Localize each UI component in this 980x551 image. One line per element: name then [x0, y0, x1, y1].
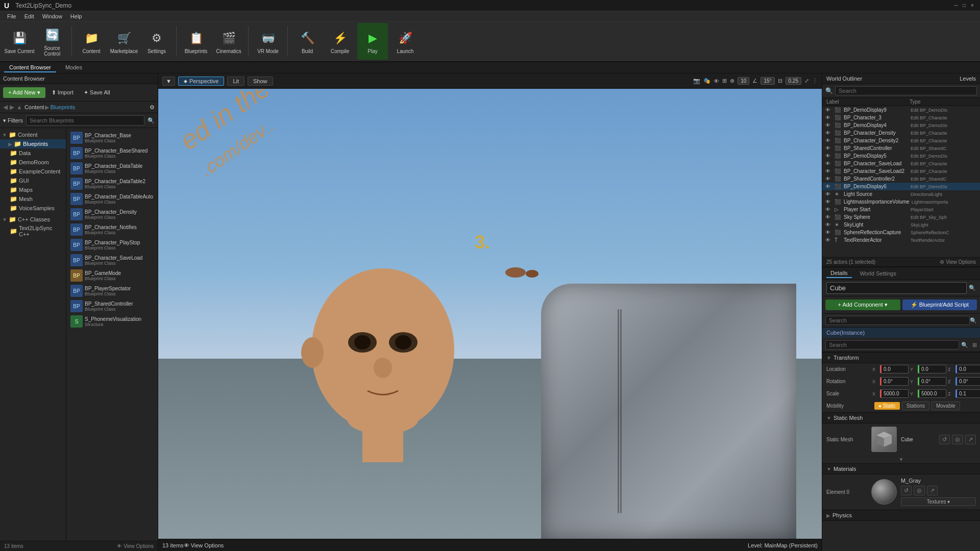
list-item[interactable]: BP BP_Character_DataTableAuto Blueprint … [68, 191, 156, 207]
play-button[interactable]: ▶ Play [357, 23, 388, 60]
lit-button[interactable]: Lit [227, 77, 244, 86]
wo-item[interactable]: 👁 ⬛ BP_SharedController2 Edit BP_SharedC [822, 175, 980, 183]
wo-item[interactable]: 👁 ⬛ BP_DemoDisplay5 Edit BP_DemoDis [822, 152, 980, 160]
marketplace-button[interactable]: 🛒 Marketplace [109, 23, 139, 60]
list-item[interactable]: BP BP_Character_PlayStop Blueprint Class [68, 237, 156, 253]
transform-section-header[interactable]: ▼ Transform [822, 352, 980, 363]
rot-x-input[interactable] [880, 377, 909, 386]
folder-item[interactable]: ▼ 📁 Content [0, 130, 66, 139]
wo-item[interactable]: 👁 ⬛ Sky Sphere Edit BP_Sky_Sph [822, 213, 980, 221]
launch-button[interactable]: 🚀 Launch [390, 23, 421, 60]
filters-button[interactable]: ▾ Filters [3, 117, 23, 124]
add-component-button[interactable]: + Add Component ▾ [825, 299, 900, 310]
perspective-button[interactable]: ◆ Perspective [178, 77, 224, 86]
nav-back-button[interactable]: ◀ [3, 104, 8, 111]
cinematics-button[interactable]: 🎬 Cinematics [213, 23, 244, 60]
folder-demoroom[interactable]: 📁 DemoRoom [0, 158, 66, 167]
folder-voicesamples[interactable]: 📁 VoiceSamples [0, 204, 66, 213]
wo-item[interactable]: 👁 ▷ Player Start PlayerStart [822, 206, 980, 213]
comp-instance-label[interactable]: Cube(Instance) [822, 328, 980, 338]
wo-item[interactable]: 👁 ⬛ BP_Character_3 Edit BP_Characte [822, 114, 980, 121]
minimize-button[interactable]: ─ [952, 2, 960, 9]
breadcrumb-content[interactable]: Content [24, 104, 44, 110]
menu-help[interactable]: Help [66, 13, 86, 19]
mesh-collapse-arrow[interactable]: ▼ [822, 456, 980, 463]
folder-maps[interactable]: 📁 Maps [0, 185, 66, 194]
viewport-icon-maximize[interactable]: ⤢ [804, 78, 809, 84]
folder-cppclasses[interactable]: ▼ 📁 C++ Classes [0, 215, 66, 224]
list-item[interactable]: S S_PhonemeVisualization Structure [68, 314, 156, 329]
compile-button[interactable]: ⚡ Compile [325, 23, 355, 60]
folder-text2lipsync[interactable]: 📁 Text2LipSync C++ [0, 224, 66, 238]
wo-item[interactable]: 👁 ⬛ BP_DemoDisplay4 Edit BP_DemoDis [822, 121, 980, 129]
show-button[interactable]: Show [248, 77, 273, 86]
list-item[interactable]: BP BP_Character_Base Blueprint Class [68, 130, 156, 145]
rot-y-input[interactable] [918, 377, 946, 386]
wo-item-selected[interactable]: 👁 ⬛ BP_DemoDisplay6 Edit BP_DemoDis [822, 183, 980, 190]
view-options-button[interactable]: 👁 View Options [117, 543, 154, 549]
wo-levels-button[interactable]: Levels [960, 76, 976, 82]
mesh-action-open[interactable]: ↗ [965, 435, 976, 444]
build-button[interactable]: 🔨 Build [292, 23, 323, 60]
mat-find-button[interactable]: ◎ [914, 486, 925, 495]
settings-button[interactable]: ⚙ Settings [141, 23, 172, 60]
loc-y-input[interactable] [918, 365, 946, 373]
menu-file[interactable]: File [3, 13, 20, 19]
materials-section-header[interactable]: ▼ Materials [822, 463, 980, 474]
wo-search-input[interactable] [835, 86, 977, 95]
physics-section-header[interactable]: ▶ Physics [822, 510, 980, 521]
folder-mesh[interactable]: 📁 Mesh [0, 194, 66, 204]
mat-open-button[interactable]: ↗ [927, 486, 938, 495]
loc-z-input[interactable] [955, 365, 980, 373]
world-settings-tab[interactable]: World Settings [856, 269, 900, 278]
viewport-settings-button[interactable]: ▼ [162, 77, 175, 86]
bp-script-button[interactable]: ⚡ Blueprint/Add Script [902, 299, 977, 310]
menu-edit[interactable]: Edit [20, 13, 38, 19]
loc-x-input[interactable] [880, 365, 909, 373]
maximize-button[interactable]: □ [961, 2, 968, 9]
blueprints-button[interactable]: 📋 Blueprints [181, 23, 211, 60]
wo-item[interactable]: 👁 ⬛ BP_SharedController Edit BP_SharedC [822, 144, 980, 152]
wo-item[interactable]: 👁 ⬛ SphereReflectionCapture SphereReflec… [822, 229, 980, 236]
view-options-label[interactable]: 👁 View Options [184, 542, 224, 548]
save-all-button[interactable]: ✦ Save All [80, 87, 114, 98]
save-current-button[interactable]: 💾 Save Current [4, 23, 35, 60]
mesh-action-find[interactable]: ◎ [952, 435, 963, 444]
wo-item[interactable]: 👁 ☀ SkyLight SkyLight [822, 221, 980, 229]
angle-value[interactable]: 15° [761, 77, 774, 85]
wo-item[interactable]: 👁 ⬛ BP_Character_SaveLoad2 Edit BP_Chara… [822, 167, 980, 175]
mat-reset-button[interactable]: ↺ [901, 486, 912, 495]
folder-examplecontent[interactable]: 📁 ExampleContent [0, 167, 66, 176]
textures-button[interactable]: Textures ▾ [901, 497, 976, 506]
nav-up-button[interactable]: ▲ [16, 104, 22, 111]
modes-tab[interactable]: Modes [60, 63, 87, 72]
cb-nav-settings-icon[interactable]: ⚙ [150, 104, 155, 111]
close-button[interactable]: × [969, 2, 976, 9]
static-button[interactable]: ● Static [874, 402, 900, 410]
list-item[interactable]: BP BP_GameMode Blueprint Class [68, 268, 156, 283]
viewport-canvas[interactable]: ed in the engine settings. .com/dev... [158, 89, 822, 539]
wo-item[interactable]: 👁 ⬛ BP_DemoDisplay9 Edit BP_DemoDis [822, 106, 980, 114]
wo-item[interactable]: 👁 T TextRenderActor TextRenderActor [822, 236, 980, 244]
viewport-icon-options[interactable]: ⋮ [812, 78, 818, 84]
scale-x-input[interactable] [880, 389, 909, 398]
list-item[interactable]: BP BP_Character_DataTable2 Blueprint Cla… [68, 176, 156, 191]
stations-button[interactable]: Stations [902, 402, 929, 410]
source-control-button[interactable]: 🔄 Source Control [37, 23, 67, 60]
search-input[interactable] [26, 115, 144, 126]
breadcrumb-blueprints[interactable]: Blueprints [50, 104, 75, 110]
scale-value[interactable]: 0.25 [786, 77, 801, 85]
import-button[interactable]: ⬆ Import [47, 87, 78, 98]
folder-gui[interactable]: 📁 GUI [0, 176, 66, 185]
list-item[interactable]: BP BP_Character_Density Blueprint Class [68, 207, 156, 222]
details-view-toggle[interactable]: ⊞ [972, 342, 977, 348]
mesh-action-reset[interactable]: ↺ [939, 435, 950, 444]
wo-item[interactable]: 👁 ⬛ BP_Character_SaveLoad Edit BP_Charac… [822, 160, 980, 167]
wo-item[interactable]: 👁 ☀ Light Source DirectionalLight [822, 190, 980, 198]
menu-window[interactable]: Window [38, 13, 66, 19]
list-item[interactable]: BP BP_Character_DataTable Blueprint Clas… [68, 161, 156, 176]
scale-y-input[interactable] [918, 389, 946, 398]
wo-item[interactable]: 👁 ⬛ BP_Character_Density Edit BP_Charact… [822, 129, 980, 137]
details-search-input[interactable] [825, 340, 959, 349]
content-button[interactable]: 📁 Content [76, 23, 107, 60]
